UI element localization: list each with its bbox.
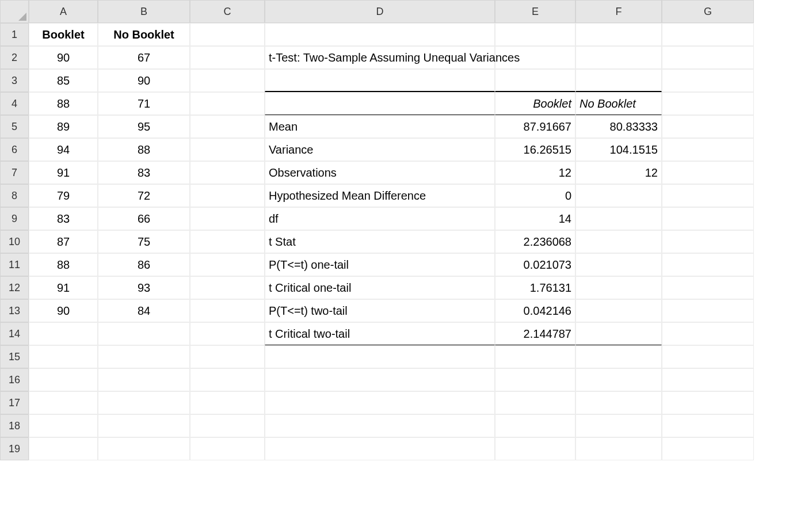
cell-F9[interactable] bbox=[575, 207, 662, 230]
cell-G15[interactable] bbox=[662, 345, 754, 368]
cell-A9[interactable]: 83 bbox=[29, 207, 98, 230]
cell-F7[interactable]: 12 bbox=[575, 161, 662, 184]
cell-B1[interactable]: No Booklet bbox=[98, 23, 190, 46]
cell-G3[interactable] bbox=[662, 69, 754, 92]
cell-B17[interactable] bbox=[98, 391, 190, 414]
cell-A19[interactable] bbox=[29, 437, 98, 460]
cell-A1[interactable]: Booklet bbox=[29, 23, 98, 46]
col-header-D[interactable]: D bbox=[265, 0, 495, 23]
row-header-12[interactable]: 12 bbox=[0, 276, 29, 299]
cell-G4[interactable] bbox=[662, 92, 754, 115]
row-header-4[interactable]: 4 bbox=[0, 92, 29, 115]
cell-A14[interactable] bbox=[29, 322, 98, 345]
cell-E13[interactable]: 0.042146 bbox=[495, 299, 575, 322]
row-header-10[interactable]: 10 bbox=[0, 230, 29, 253]
cell-F14[interactable] bbox=[575, 322, 662, 345]
cell-F13[interactable] bbox=[575, 299, 662, 322]
cell-F4[interactable]: No Booklet bbox=[575, 92, 662, 115]
col-header-F[interactable]: F bbox=[575, 0, 662, 23]
cell-C5[interactable] bbox=[190, 115, 265, 138]
cell-A17[interactable] bbox=[29, 391, 98, 414]
col-header-E[interactable]: E bbox=[495, 0, 575, 23]
cell-C6[interactable] bbox=[190, 138, 265, 161]
cell-B12[interactable]: 93 bbox=[98, 276, 190, 299]
cell-D19[interactable] bbox=[265, 437, 495, 460]
cell-C13[interactable] bbox=[190, 299, 265, 322]
cell-A6[interactable]: 94 bbox=[29, 138, 98, 161]
cell-G6[interactable] bbox=[662, 138, 754, 161]
cell-E18[interactable] bbox=[495, 414, 575, 437]
cell-F3[interactable] bbox=[575, 69, 662, 92]
cell-C3[interactable] bbox=[190, 69, 265, 92]
cell-F18[interactable] bbox=[575, 414, 662, 437]
cell-D11[interactable]: P(T<=t) one-tail bbox=[265, 253, 495, 276]
row-header-6[interactable]: 6 bbox=[0, 138, 29, 161]
cell-B14[interactable] bbox=[98, 322, 190, 345]
cell-C7[interactable] bbox=[190, 161, 265, 184]
cell-D16[interactable] bbox=[265, 368, 495, 391]
cell-E12[interactable]: 1.76131 bbox=[495, 276, 575, 299]
cell-B7[interactable]: 83 bbox=[98, 161, 190, 184]
row-header-11[interactable]: 11 bbox=[0, 253, 29, 276]
cell-C2[interactable] bbox=[190, 46, 265, 69]
cell-D14[interactable]: t Critical two-tail bbox=[265, 322, 495, 345]
cell-C15[interactable] bbox=[190, 345, 265, 368]
cell-G9[interactable] bbox=[662, 207, 754, 230]
cell-B19[interactable] bbox=[98, 437, 190, 460]
cell-G10[interactable] bbox=[662, 230, 754, 253]
row-header-1[interactable]: 1 bbox=[0, 23, 29, 46]
cell-D17[interactable] bbox=[265, 391, 495, 414]
row-header-2[interactable]: 2 bbox=[0, 46, 29, 69]
cell-E8[interactable]: 0 bbox=[495, 184, 575, 207]
cell-A8[interactable]: 79 bbox=[29, 184, 98, 207]
cell-E14[interactable]: 2.144787 bbox=[495, 322, 575, 345]
cell-D9[interactable]: df bbox=[265, 207, 495, 230]
cell-B18[interactable] bbox=[98, 414, 190, 437]
cell-G19[interactable] bbox=[662, 437, 754, 460]
cell-F8[interactable] bbox=[575, 184, 662, 207]
cell-B5[interactable]: 95 bbox=[98, 115, 190, 138]
cell-D5[interactable]: Mean bbox=[265, 115, 495, 138]
cell-G18[interactable] bbox=[662, 414, 754, 437]
row-header-19[interactable]: 19 bbox=[0, 437, 29, 460]
row-header-7[interactable]: 7 bbox=[0, 161, 29, 184]
cell-G1[interactable] bbox=[662, 23, 754, 46]
cell-E1[interactable] bbox=[495, 23, 575, 46]
cell-C4[interactable] bbox=[190, 92, 265, 115]
cell-C1[interactable] bbox=[190, 23, 265, 46]
row-header-17[interactable]: 17 bbox=[0, 391, 29, 414]
cell-F12[interactable] bbox=[575, 276, 662, 299]
cell-B8[interactable]: 72 bbox=[98, 184, 190, 207]
cell-B2[interactable]: 67 bbox=[98, 46, 190, 69]
row-header-3[interactable]: 3 bbox=[0, 69, 29, 92]
cell-G8[interactable] bbox=[662, 184, 754, 207]
cell-G14[interactable] bbox=[662, 322, 754, 345]
cell-B11[interactable]: 86 bbox=[98, 253, 190, 276]
cell-E19[interactable] bbox=[495, 437, 575, 460]
cell-C11[interactable] bbox=[190, 253, 265, 276]
cell-C19[interactable] bbox=[190, 437, 265, 460]
cell-B9[interactable]: 66 bbox=[98, 207, 190, 230]
row-header-15[interactable]: 15 bbox=[0, 345, 29, 368]
cell-B10[interactable]: 75 bbox=[98, 230, 190, 253]
cell-F17[interactable] bbox=[575, 391, 662, 414]
cell-E17[interactable] bbox=[495, 391, 575, 414]
cell-B16[interactable] bbox=[98, 368, 190, 391]
cell-A3[interactable]: 85 bbox=[29, 69, 98, 92]
cell-C18[interactable] bbox=[190, 414, 265, 437]
cell-E11[interactable]: 0.021073 bbox=[495, 253, 575, 276]
cell-C12[interactable] bbox=[190, 276, 265, 299]
cell-A10[interactable]: 87 bbox=[29, 230, 98, 253]
cell-E5[interactable]: 87.91667 bbox=[495, 115, 575, 138]
cell-D12[interactable]: t Critical one-tail bbox=[265, 276, 495, 299]
col-header-G[interactable]: G bbox=[662, 0, 754, 23]
row-header-18[interactable]: 18 bbox=[0, 414, 29, 437]
cell-D15[interactable] bbox=[265, 345, 495, 368]
cell-E9[interactable]: 14 bbox=[495, 207, 575, 230]
row-header-8[interactable]: 8 bbox=[0, 184, 29, 207]
cell-A13[interactable]: 90 bbox=[29, 299, 98, 322]
cell-E4[interactable]: Booklet bbox=[495, 92, 575, 115]
cell-G13[interactable] bbox=[662, 299, 754, 322]
cell-F15[interactable] bbox=[575, 345, 662, 368]
cell-D2[interactable]: t-Test: Two-Sample Assuming Unequal Vari… bbox=[265, 46, 495, 69]
